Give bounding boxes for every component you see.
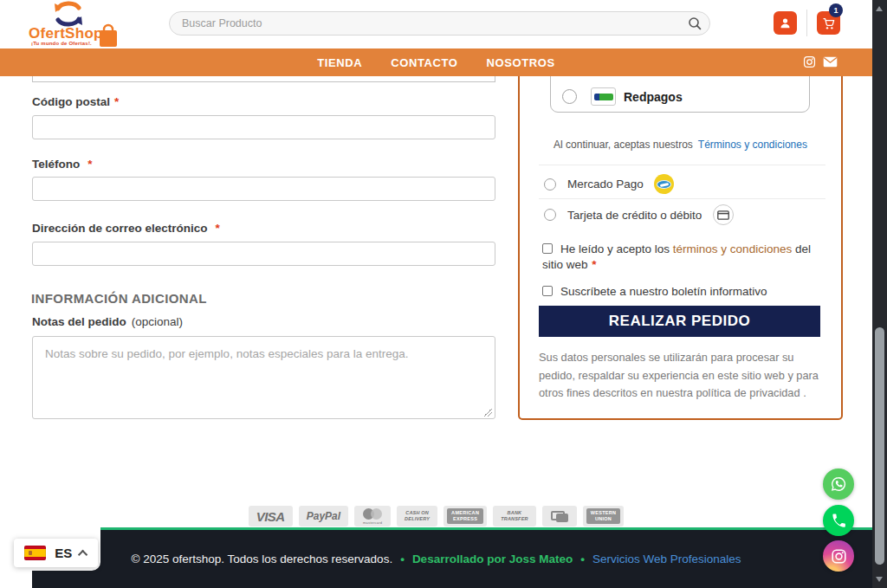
divider (539, 198, 825, 199)
bank-transfer-badge: BANKTRANSFER (493, 506, 536, 527)
brand-name: OfertShop (29, 25, 103, 42)
redpagos-label: Redpagos (624, 90, 683, 104)
scroll-up-arrow[interactable] (876, 6, 883, 11)
nav-item-contacto[interactable]: CONTACTO (391, 56, 457, 69)
mercado-pago-icon (654, 174, 674, 194)
privacy-notice: Sus datos personales se utilizarán para … (539, 349, 828, 403)
cart-count-badge: 1 (829, 3, 843, 17)
account-button[interactable] (774, 11, 797, 35)
required-asterisk: * (87, 158, 92, 171)
required-asterisk: * (216, 222, 220, 235)
call-button[interactable] (823, 505, 854, 536)
terms-link[interactable]: Términos y condiciones (698, 139, 807, 151)
mercado-pago-label: Mercado Pago (567, 178, 644, 191)
redpagos-logo (591, 87, 616, 106)
checkout-content: Código postal* Teléfono* Dirección de co… (0, 76, 872, 528)
shopping-bag-icon (97, 23, 120, 48)
mastercard-badge: mastercard (354, 506, 391, 527)
postal-code-input[interactable] (32, 115, 495, 139)
language-switcher[interactable]: ES (14, 539, 98, 567)
order-notes-textarea[interactable] (32, 336, 495, 419)
postal-code-label: Código postal* (32, 95, 119, 108)
chevron-up-icon (78, 549, 87, 559)
instagram-icon (831, 548, 847, 565)
nav-social-icons (803, 55, 838, 68)
divider (539, 165, 825, 165)
spain-flag-icon (24, 546, 46, 560)
additional-info-heading: INFORMACIÓN ADICIONAL (31, 291, 207, 306)
accept-terms-checkbox-row[interactable]: He leído y acepto los términos y condici… (542, 242, 830, 273)
payment-methods-row: VISA PayPal mastercard CASH ONDELIVERY A… (0, 506, 872, 527)
western-union-badge: WESTERNUNION (583, 506, 625, 527)
accept-terms-link[interactable]: términos y condiciones (673, 242, 792, 255)
email-input[interactable] (32, 242, 495, 266)
scroll-down-arrow[interactable] (876, 577, 883, 582)
whatsapp-icon (829, 475, 848, 494)
services-link[interactable]: Servicios Web Profesionales (592, 552, 741, 565)
required-asterisk: * (114, 95, 119, 108)
instagram-button[interactable] (823, 540, 854, 572)
search-icon[interactable] (688, 16, 702, 30)
cash-payment-icon (542, 506, 577, 527)
brand-tagline: ¡Tu mundo de Ofertas!. (31, 41, 92, 46)
phone-icon (831, 513, 847, 529)
mercado-pago-radio[interactable] (544, 178, 556, 191)
newsletter-checkbox-row[interactable]: Suscríbete a nuestro boletín informativo (542, 284, 828, 300)
instagram-icon[interactable] (803, 55, 816, 68)
nav-item-tienda[interactable]: TIENDA (317, 56, 362, 69)
accept-terms-checkbox[interactable] (542, 243, 553, 254)
cash-on-delivery-badge: CASH ONDELIVERY (397, 506, 437, 527)
clipped-field[interactable] (32, 76, 495, 82)
footer: © 2025 ofertshop. Todos los derechos res… (0, 530, 872, 588)
mercado-pago-option[interactable]: Mercado Pago (544, 174, 674, 194)
redpagos-option-box[interactable]: Redpagos (550, 76, 810, 113)
paypal-badge: PayPal (299, 506, 348, 527)
user-icon (779, 16, 792, 29)
visa-badge: VISA (249, 506, 293, 527)
email-icon[interactable] (823, 56, 838, 68)
order-notes-label: Notas del pedido(opcional) (32, 315, 183, 328)
main-nav: TIENDA CONTACTO NOSOTROS (0, 48, 872, 76)
email-label: Dirección de correo electrónico* (32, 222, 220, 235)
place-order-button[interactable]: REALIZAR PEDIDO (539, 306, 820, 337)
header-divider (806, 10, 807, 36)
language-code: ES (55, 546, 72, 560)
terms-notice: Al continuar, aceptas nuestrosTérminos y… (520, 139, 841, 151)
search-input[interactable] (169, 11, 710, 36)
phone-label: Teléfono* (32, 158, 93, 171)
card-label: Tarjeta de crédito o débito (567, 209, 702, 222)
nav-item-nosotros[interactable]: NOSOTROS (487, 56, 555, 69)
scrollbar-thumb[interactable] (875, 327, 884, 565)
card-radio[interactable] (544, 209, 556, 221)
phone-input[interactable] (32, 177, 495, 201)
amex-badge: AMERICANEXPRESS (444, 506, 487, 527)
order-review-panel: Redpagos Al continuar, aceptas nuestrosT… (518, 76, 843, 420)
search-bar (169, 11, 710, 36)
checkout-page: OfertShop ¡Tu mundo de Ofertas!. (0, 0, 887, 588)
header: OfertShop ¡Tu mundo de Ofertas!. (0, 0, 872, 48)
newsletter-checkbox[interactable] (542, 286, 553, 296)
cart-icon (822, 16, 836, 30)
credit-card-icon (713, 204, 734, 225)
whatsapp-button[interactable] (823, 468, 854, 500)
redpagos-radio[interactable] (562, 89, 577, 104)
site-logo[interactable]: OfertShop ¡Tu mundo de Ofertas!. (29, 0, 150, 48)
vertical-scrollbar[interactable] (872, 0, 887, 588)
copyright-text: © 2025 ofertshop. Todos los derechos res… (132, 552, 393, 565)
required-asterisk: * (592, 258, 596, 271)
developer-credit-link[interactable]: Desarrollado por Joss Mateo (412, 552, 573, 565)
card-option[interactable]: Tarjeta de crédito o débito (544, 204, 734, 225)
